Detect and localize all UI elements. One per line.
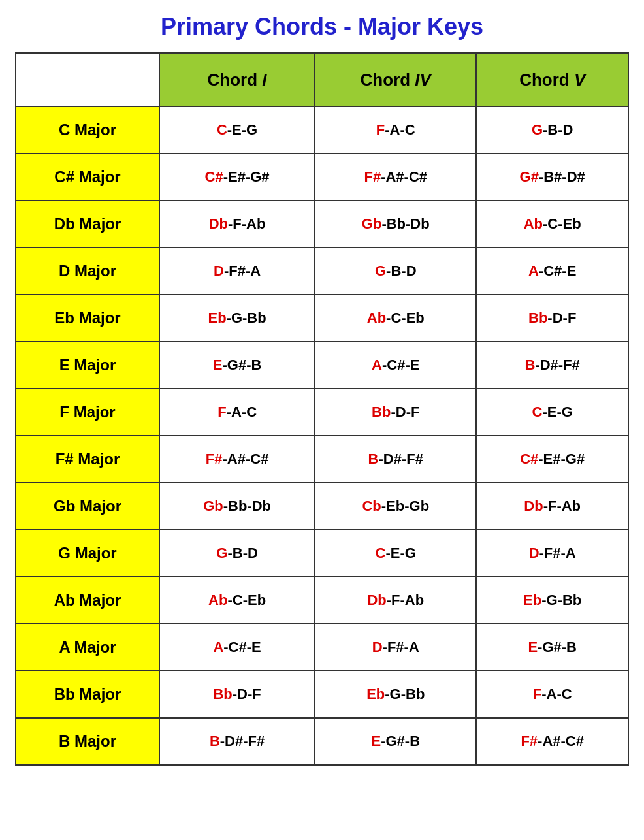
table-row: F# MajorF#-A#-C#B-D#-F#C#-E#-G# bbox=[16, 436, 628, 483]
table-row: C MajorC-E-GF-A-CG-B-D bbox=[16, 106, 628, 153]
chord5-cell: C#-E#-G# bbox=[476, 436, 628, 483]
chord-notes: -B-D bbox=[543, 121, 573, 138]
key-cell: C Major bbox=[16, 106, 159, 153]
chord4-cell: E-G#-B bbox=[315, 718, 476, 765]
chord1-cell: G-B-D bbox=[159, 530, 315, 577]
chord-root: A bbox=[528, 263, 539, 279]
chord-root: E bbox=[371, 733, 381, 749]
chord-root: Bb bbox=[372, 404, 391, 420]
chord5-cell: E-G#-B bbox=[476, 624, 628, 671]
chord-notes: -Eb-Gb bbox=[381, 498, 429, 514]
table-row: Db MajorDb-F-AbGb-Bb-DbAb-C-Eb bbox=[16, 201, 628, 248]
chord1-cell: E-G#-B bbox=[159, 342, 315, 389]
chord-notes: -D#-F# bbox=[220, 733, 265, 749]
chord-root: D bbox=[372, 639, 383, 655]
chord5-cell: D-F#-A bbox=[476, 530, 628, 577]
chord4-cell: Gb-Bb-Db bbox=[315, 201, 476, 248]
chord-root: Eb bbox=[208, 310, 226, 326]
chord5-cell: C-E-G bbox=[476, 389, 628, 436]
chord-root: Ab bbox=[524, 216, 543, 232]
chord-root: F bbox=[533, 686, 541, 702]
key-cell: G Major bbox=[16, 530, 159, 577]
chord-notes: -C#-E bbox=[539, 263, 576, 279]
chord-root: C# bbox=[520, 451, 538, 467]
chord-notes: -C-Eb bbox=[386, 310, 425, 326]
chord-root: A bbox=[372, 357, 382, 373]
header-chord5: Chord V bbox=[476, 53, 628, 106]
chord-notes: -C-Eb bbox=[227, 592, 266, 608]
chord4-cell: F#-A#-C# bbox=[315, 153, 476, 201]
chord1-cell: Db-F-Ab bbox=[159, 201, 315, 248]
chord-notes: -E#-G# bbox=[223, 169, 270, 185]
table-row: Gb MajorGb-Bb-DbCb-Eb-GbDb-F-Ab bbox=[16, 483, 628, 530]
table-row: B MajorB-D#-F#E-G#-BF#-A#-C# bbox=[16, 718, 628, 765]
chord-notes: -A-C bbox=[227, 404, 257, 420]
chord-notes: -D#-F# bbox=[535, 357, 579, 373]
chord-root: E bbox=[528, 639, 538, 655]
chord-root: Ab bbox=[208, 592, 227, 608]
chord-notes: -E-G bbox=[227, 121, 257, 138]
chord5-cell: G-B-D bbox=[476, 106, 628, 153]
chord-root: G bbox=[216, 545, 227, 561]
chord-root: Db bbox=[524, 498, 543, 514]
chord-notes: -C#-E bbox=[382, 357, 419, 373]
chord-notes: -Bb-Db bbox=[381, 216, 429, 232]
chord5-cell: Eb-G-Bb bbox=[476, 577, 628, 624]
chord4-cell: Ab-C-Eb bbox=[315, 295, 476, 342]
chord4-cell: Eb-G-Bb bbox=[315, 671, 476, 718]
chord-root: D bbox=[214, 263, 224, 279]
chord-root: F bbox=[217, 404, 226, 420]
chord-root: B bbox=[525, 357, 536, 373]
chord-notes: -G#-B bbox=[538, 639, 577, 655]
chord-root: Cb bbox=[362, 498, 381, 514]
chord-notes: -D-F bbox=[547, 310, 576, 326]
key-cell: Eb Major bbox=[16, 295, 159, 342]
chord-root: B bbox=[368, 451, 379, 467]
chord-notes: -F-Ab bbox=[543, 498, 581, 514]
table-row: G MajorG-B-DC-E-GD-F#-A bbox=[16, 530, 628, 577]
chord5-cell: F#-A#-C# bbox=[476, 718, 628, 765]
table-row: Eb MajorEb-G-BbAb-C-EbBb-D-F bbox=[16, 295, 628, 342]
chord5-cell: Db-F-Ab bbox=[476, 483, 628, 530]
table-row: Ab MajorAb-C-EbDb-F-AbEb-G-Bb bbox=[16, 577, 628, 624]
chord-notes: -F#-A bbox=[539, 545, 576, 561]
chord-root: G bbox=[532, 121, 543, 138]
chord-notes: -A-C bbox=[385, 121, 415, 138]
chord-notes: -C-Eb bbox=[543, 216, 581, 232]
chord5-cell: F-A-C bbox=[476, 671, 628, 718]
chord1-cell: Eb-G-Bb bbox=[159, 295, 315, 342]
chord-root: F bbox=[376, 121, 385, 138]
chord-root: Ab bbox=[367, 310, 386, 326]
chord-root: G# bbox=[520, 169, 539, 185]
chord-notes: -G#-B bbox=[381, 733, 420, 749]
chord-root: C# bbox=[205, 169, 223, 185]
chord-notes: -F-Ab bbox=[387, 592, 424, 608]
chord-notes: -G#-B bbox=[222, 357, 261, 373]
chord4-cell: G-B-D bbox=[315, 248, 476, 295]
chord5-cell: Bb-D-F bbox=[476, 295, 628, 342]
chord-root: A bbox=[213, 639, 223, 655]
chord-notes: -C#-E bbox=[223, 639, 261, 655]
chord-root: C bbox=[532, 404, 543, 420]
chord-root: C bbox=[217, 121, 227, 138]
table-row: A MajorA-C#-ED-F#-AE-G#-B bbox=[16, 624, 628, 671]
chord1-cell: C-E-G bbox=[159, 106, 315, 153]
chord1-cell: B-D#-F# bbox=[159, 718, 315, 765]
header-chord4: Chord IV bbox=[315, 53, 476, 106]
chord4-cell: Db-F-Ab bbox=[315, 577, 476, 624]
chord-notes: -G-Bb bbox=[385, 686, 425, 702]
chord5-cell: A-C#-E bbox=[476, 248, 628, 295]
header-key bbox=[16, 53, 159, 106]
chord-notes: -F#-A bbox=[224, 263, 261, 279]
chord-notes: -A-C bbox=[541, 686, 572, 702]
chord-root: Db bbox=[367, 592, 386, 608]
table-row: F MajorF-A-CBb-D-FC-E-G bbox=[16, 389, 628, 436]
chord-notes: -E-G bbox=[542, 404, 572, 420]
chord-notes: -D#-F# bbox=[378, 451, 423, 467]
chord1-cell: D-F#-A bbox=[159, 248, 315, 295]
chord5-cell: B-D#-F# bbox=[476, 342, 628, 389]
chord-notes: -A#-C# bbox=[222, 451, 268, 467]
header-chord1: Chord I bbox=[159, 53, 315, 106]
key-cell: F# Major bbox=[16, 436, 159, 483]
chord-notes: -G-Bb bbox=[541, 592, 581, 608]
